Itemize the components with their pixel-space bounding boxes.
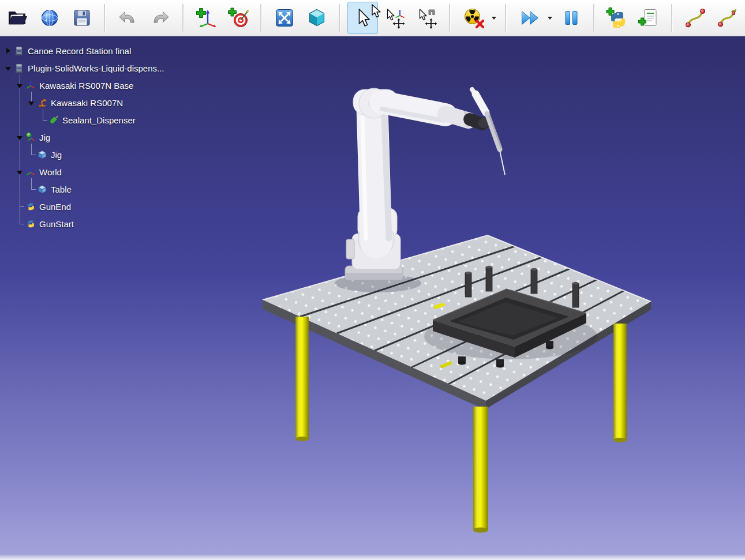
radiation-icon bbox=[463, 7, 485, 29]
station-tree: Canoe Record Station final Plugin-SolidW… bbox=[0, 42, 214, 232]
main-toolbar bbox=[0, 0, 745, 36]
iso-cube-icon bbox=[306, 7, 328, 29]
tree-item-gunend-script[interactable]: GunEnd bbox=[0, 198, 214, 215]
expander-expanded-icon[interactable] bbox=[27, 98, 36, 107]
expander-expanded-icon[interactable] bbox=[15, 81, 24, 90]
pause-button[interactable] bbox=[556, 2, 586, 34]
add-program-button[interactable] bbox=[634, 2, 665, 34]
tree-item-plugin-station[interactable]: Plugin-SolidWorks-Liquid-dispens... bbox=[0, 59, 214, 77]
object-box-icon bbox=[37, 184, 47, 194]
object-box-icon bbox=[37, 149, 47, 160]
tree-item-label: Table bbox=[51, 185, 72, 194]
tree-item-label: Kawasaki RS007N bbox=[51, 98, 123, 108]
redo-icon bbox=[149, 7, 171, 29]
fit-all-button[interactable] bbox=[269, 2, 300, 34]
station-icon bbox=[14, 63, 24, 73]
tree-item-label: GunStart bbox=[39, 219, 74, 229]
table[interactable] bbox=[263, 235, 651, 533]
tree-item-sealant-dispenser[interactable]: Sealant_Dispenser bbox=[0, 111, 214, 129]
tree-item-label: Jig bbox=[51, 150, 62, 160]
tree-item-table-object[interactable]: Table bbox=[0, 181, 214, 198]
tree-item-label: Sealant_Dispenser bbox=[62, 115, 136, 125]
expander-expanded-icon[interactable] bbox=[3, 63, 13, 73]
table-leg[interactable] bbox=[613, 324, 627, 440]
tree-item-kawasaki-base-frame[interactable]: Kawasaki RS007N Base bbox=[0, 77, 214, 94]
tree-item-kawasaki-robot[interactable]: Kawasaki RS007N bbox=[0, 94, 214, 111]
expander-collapsed-icon[interactable] bbox=[3, 46, 13, 55]
table-leg[interactable] bbox=[473, 407, 488, 530]
tool-icon bbox=[48, 115, 59, 125]
pause-icon bbox=[560, 7, 582, 29]
tree-item-label: Plugin-SolidWorks-Liquid-dispens... bbox=[28, 63, 164, 73]
tree-item-jig-frame[interactable]: Jig bbox=[0, 129, 214, 146]
station-icon bbox=[14, 46, 24, 56]
tree-item-jig-object[interactable]: Jig bbox=[0, 146, 214, 163]
program-plus-icon bbox=[638, 7, 660, 29]
target-plus-icon bbox=[227, 7, 249, 29]
folder-open-icon bbox=[6, 7, 28, 29]
select-cursor-icon bbox=[351, 7, 373, 29]
curve-path-icon bbox=[684, 7, 706, 29]
reference-frame-ball-icon bbox=[25, 132, 36, 142]
tree-item-label: Jig bbox=[39, 133, 50, 142]
point-follow-button[interactable] bbox=[712, 2, 743, 34]
toolbar-separator bbox=[104, 4, 106, 32]
tree-item-label: World bbox=[39, 167, 62, 177]
check-collisions-dropdown[interactable] bbox=[490, 2, 498, 34]
toolbar-separator bbox=[182, 4, 184, 32]
move-reference-button[interactable] bbox=[380, 2, 410, 34]
undo-icon bbox=[117, 7, 139, 29]
tree-item-label: GunEnd bbox=[39, 202, 71, 212]
move-object-cursor-icon bbox=[416, 7, 438, 29]
reference-frame-icon bbox=[25, 167, 36, 177]
tree-item-label: Kawasaki RS007N Base bbox=[39, 81, 133, 91]
fast-simulation-dropdown[interactable] bbox=[546, 2, 554, 34]
reference-frame-icon bbox=[25, 80, 36, 91]
fit-all-icon bbox=[274, 7, 295, 29]
redo-button[interactable] bbox=[145, 2, 175, 34]
toolbar-separator bbox=[593, 4, 595, 32]
move-object-button[interactable] bbox=[411, 2, 442, 34]
isometric-view-button[interactable] bbox=[301, 2, 332, 34]
python-script-icon bbox=[25, 201, 36, 212]
fast-simulation-button[interactable] bbox=[514, 2, 546, 34]
dropdown-arrow-icon bbox=[492, 17, 496, 20]
tree-item-label: Canoe Record Station final bbox=[28, 46, 131, 56]
dropdown-arrow-icon bbox=[548, 17, 552, 20]
add-python-program-button[interactable] bbox=[602, 2, 632, 34]
expander-expanded-icon[interactable] bbox=[15, 167, 24, 176]
sealant-dispenser-tool[interactable] bbox=[472, 89, 505, 175]
fast-forward-icon bbox=[519, 7, 541, 29]
curve-follow-button[interactable] bbox=[680, 2, 710, 34]
move-reference-cursor-icon bbox=[384, 7, 406, 29]
tree-item-gunstart-script[interactable]: GunStart bbox=[0, 215, 214, 232]
python-script-icon bbox=[25, 219, 36, 229]
expander-expanded-icon[interactable] bbox=[15, 133, 24, 142]
tree-item-world-frame[interactable]: World bbox=[0, 163, 214, 181]
toolbar-separator bbox=[505, 4, 507, 32]
add-reference-frame-button[interactable] bbox=[191, 2, 222, 34]
add-target-button[interactable] bbox=[223, 2, 254, 34]
undo-button[interactable] bbox=[113, 2, 143, 34]
python-plus-icon bbox=[606, 7, 628, 29]
table-leg[interactable] bbox=[295, 317, 309, 439]
toolbar-separator bbox=[339, 4, 340, 32]
check-collisions-button[interactable] bbox=[458, 2, 490, 34]
curve-path-arrow-icon bbox=[717, 7, 739, 29]
toolbar-separator bbox=[671, 4, 673, 32]
open-button[interactable] bbox=[2, 2, 33, 34]
select-tool-button[interactable] bbox=[347, 2, 378, 34]
globe-icon bbox=[39, 7, 61, 29]
toolbar-separator bbox=[260, 4, 262, 32]
save-button[interactable] bbox=[67, 2, 98, 34]
robot-icon bbox=[37, 97, 47, 108]
robodk-window: Canoe Record Station final Plugin-SolidW… bbox=[0, 0, 745, 560]
3d-viewport[interactable]: Canoe Record Station final Plugin-SolidW… bbox=[0, 36, 745, 560]
bottom-strip bbox=[0, 555, 745, 560]
tree-item-canoe-station[interactable]: Canoe Record Station final bbox=[0, 42, 214, 59]
open-library-button[interactable] bbox=[35, 2, 65, 34]
save-icon bbox=[71, 7, 93, 29]
toolbar-separator bbox=[449, 4, 451, 32]
frame-plus-icon bbox=[195, 7, 217, 29]
